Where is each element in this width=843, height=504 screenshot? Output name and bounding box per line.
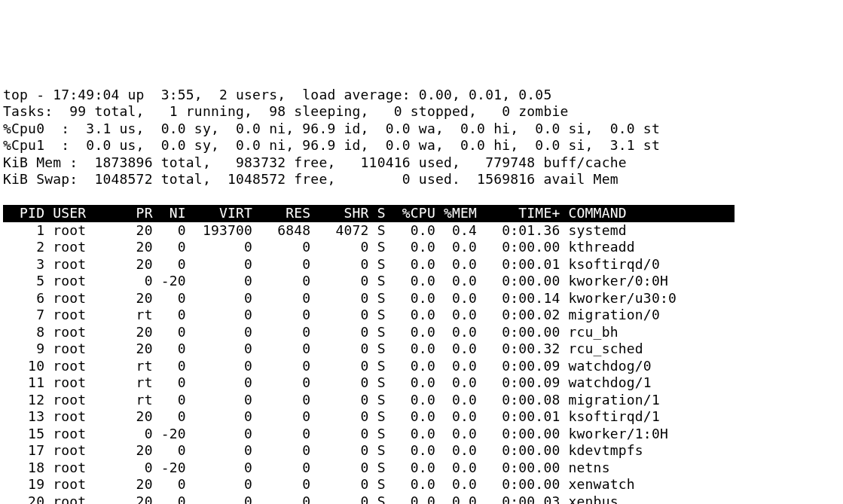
mem-line: KiB Mem : 1873896 total, 983732 free, 11… — [3, 154, 840, 172]
process-row: 15 root 0 -20 0 0 0 S 0.0 0.0 0:00.00 kw… — [3, 426, 840, 443]
terminal-output[interactable]: top - 17:49:04 up 3:55, 2 users, load av… — [0, 85, 843, 505]
cpu-line-0: %Cpu0 : 3.1 us, 0.0 sy, 0.0 ni, 96.9 id,… — [3, 121, 840, 138]
process-row: 5 root 0 -20 0 0 0 S 0.0 0.0 0:00.00 kwo… — [3, 273, 840, 290]
process-row: 6 root 20 0 0 0 0 S 0.0 0.0 0:00.14 kwor… — [3, 290, 840, 307]
process-row: 19 root 20 0 0 0 0 S 0.0 0.0 0:00.00 xen… — [3, 476, 840, 493]
process-row: 17 root 20 0 0 0 0 S 0.0 0.0 0:00.00 kde… — [3, 442, 840, 460]
process-row: 11 root rt 0 0 0 0 S 0.0 0.0 0:00.09 wat… — [3, 374, 840, 392]
process-header-bar: PID USER PR NI VIRT RES SHR S %CPU %MEM … — [3, 205, 735, 222]
tasks-line: Tasks: 99 total, 1 running, 98 sleeping,… — [3, 103, 840, 121]
process-row: 20 root 20 0 0 0 0 S 0.0 0.0 0:00.03 xen… — [3, 493, 840, 505]
summary-line: top - 17:49:04 up 3:55, 2 users, load av… — [3, 87, 840, 104]
blank-line — [3, 188, 840, 206]
process-row: 3 root 20 0 0 0 0 S 0.0 0.0 0:00.01 ksof… — [3, 256, 840, 273]
process-row: 1 root 20 0 193700 6848 4072 S 0.0 0.4 0… — [3, 222, 840, 240]
process-row: 8 root 20 0 0 0 0 S 0.0 0.0 0:00.00 rcu_… — [3, 324, 840, 341]
cpu-line-1: %Cpu1 : 0.0 us, 0.0 sy, 0.0 ni, 96.9 id,… — [3, 137, 840, 154]
process-row: 13 root 20 0 0 0 0 S 0.0 0.0 0:00.01 kso… — [3, 408, 840, 426]
process-row: 2 root 20 0 0 0 0 S 0.0 0.0 0:00.00 kthr… — [3, 239, 840, 256]
swap-line: KiB Swap: 1048572 total, 1048572 free, 0… — [3, 171, 840, 188]
process-row: 18 root 0 -20 0 0 0 S 0.0 0.0 0:00.00 ne… — [3, 460, 840, 477]
process-row: 12 root rt 0 0 0 0 S 0.0 0.0 0:00.08 mig… — [3, 392, 840, 409]
process-row: 10 root rt 0 0 0 0 S 0.0 0.0 0:00.09 wat… — [3, 358, 840, 375]
process-row: 7 root rt 0 0 0 0 S 0.0 0.0 0:00.02 migr… — [3, 307, 840, 324]
process-row: 9 root 20 0 0 0 0 S 0.0 0.0 0:00.32 rcu_… — [3, 341, 840, 358]
process-header: PID USER PR NI VIRT RES SHR S %CPU %MEM … — [3, 205, 840, 222]
